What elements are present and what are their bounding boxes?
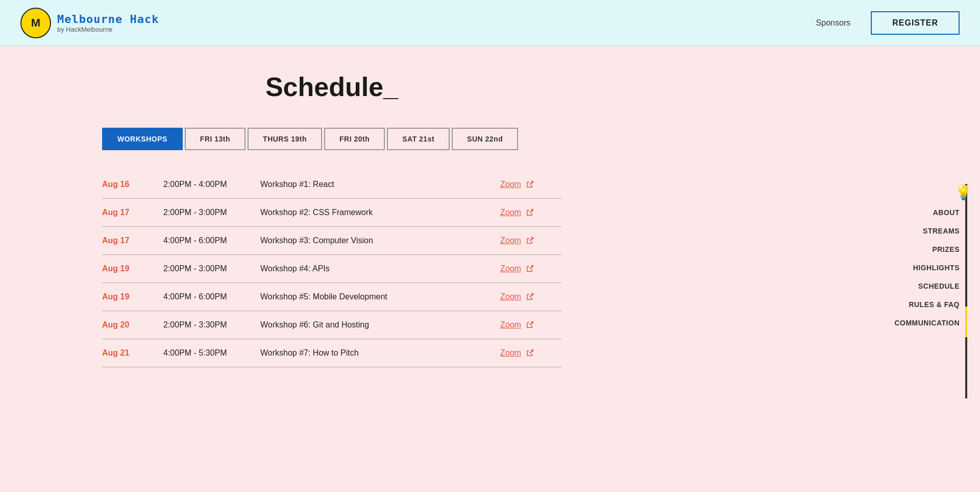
external-link-icon	[526, 265, 534, 273]
external-link-icon	[526, 208, 534, 217]
brand-area: M Melbourne Hack by HackMelbourne	[20, 8, 159, 38]
schedule-time: 4:00PM - 6:00PM	[163, 292, 260, 301]
schedule-time: 4:00PM - 6:00PM	[163, 236, 260, 245]
sidebar-item-prizes[interactable]: PRIZES	[932, 241, 960, 257]
schedule-date: Aug 21	[102, 348, 163, 358]
schedule-time: 2:00PM - 3:30PM	[163, 320, 260, 330]
sidebar-indicator	[965, 307, 967, 337]
tabs-container: WORKSHOPSFRI 13thTHURS 19thFRI 20thSAT 2…	[102, 128, 664, 150]
table-row: Aug 19 4:00PM - 6:00PM Workshop #5: Mobi…	[102, 283, 561, 311]
external-link-icon	[526, 321, 534, 329]
sidebar-item-schedule[interactable]: SCHEDULE	[918, 278, 960, 294]
external-link-icon	[526, 180, 534, 189]
external-link-icon	[526, 293, 534, 301]
table-row: Aug 20 2:00PM - 3:30PM Workshop #6: Git …	[102, 311, 561, 339]
logo-icon: M	[20, 8, 51, 38]
schedule-title: Workshop #1: React	[260, 180, 500, 189]
schedule-time: 4:00PM - 5:30PM	[163, 348, 260, 358]
table-row: Aug 21 4:00PM - 5:30PM Workshop #7: How …	[102, 339, 561, 367]
sidebar-track	[965, 184, 967, 399]
schedule-title: Workshop #3: Computer Vision	[260, 236, 500, 245]
schedule-title: Workshop #6: Git and Hosting	[260, 320, 500, 330]
zoom-link[interactable]: Zoom	[500, 180, 561, 189]
sidebar-items: ABOUTSTREAMSPRIZESHIGHLIGHTSSCHEDULERULE…	[894, 204, 960, 331]
schedule-date: Aug 16	[102, 180, 163, 189]
schedule-table: Aug 16 2:00PM - 4:00PM Workshop #1: Reac…	[102, 171, 561, 367]
zoom-link[interactable]: Zoom	[500, 292, 561, 301]
page-title: Schedule_	[102, 72, 561, 102]
zoom-link[interactable]: Zoom	[500, 236, 561, 245]
schedule-date: Aug 20	[102, 320, 163, 330]
tab-fri20[interactable]: FRI 20th	[324, 128, 385, 150]
sidebar-item-about[interactable]: ABOUT	[933, 204, 960, 221]
brand-text: Melbourne Hack by HackMelbourne	[57, 13, 159, 33]
tab-fri13[interactable]: FRI 13th	[185, 128, 246, 150]
tab-workshops[interactable]: WORKSHOPS	[102, 128, 183, 150]
zoom-link[interactable]: Zoom	[500, 208, 561, 217]
header-nav: Sponsors REGISTER	[816, 11, 960, 35]
sidebar-item-highlights[interactable]: HIGHLIGHTS	[913, 260, 960, 276]
brand-sub: by HackMelbourne	[57, 26, 159, 33]
main-content: Schedule_ WORKSHOPSFRI 13thTHURS 19thFRI…	[0, 46, 664, 393]
schedule-date: Aug 19	[102, 292, 163, 301]
table-row: Aug 16 2:00PM - 4:00PM Workshop #1: Reac…	[102, 171, 561, 199]
zoom-link[interactable]: Zoom	[500, 264, 561, 273]
tab-sat21[interactable]: SAT 21st	[387, 128, 450, 150]
schedule-time: 2:00PM - 4:00PM	[163, 180, 260, 189]
table-row: Aug 19 2:00PM - 3:00PM Workshop #4: APIs…	[102, 255, 561, 283]
schedule-date: Aug 19	[102, 264, 163, 273]
tab-sun22[interactable]: SUN 22nd	[452, 128, 518, 150]
schedule-title: Workshop #2: CSS Framework	[260, 208, 500, 217]
schedule-time: 2:00PM - 3:00PM	[163, 208, 260, 217]
sidebar-item-rules-faq[interactable]: RULES & FAQ	[909, 296, 960, 313]
schedule-date: Aug 17	[102, 208, 163, 217]
brand-name: Melbourne Hack	[57, 13, 159, 26]
sidebar-item-streams[interactable]: STREAMS	[923, 223, 960, 239]
bulb-icon: 💡	[954, 184, 972, 201]
table-row: Aug 17 2:00PM - 3:00PM Workshop #2: CSS …	[102, 199, 561, 227]
schedule-title: Workshop #7: How to Pitch	[260, 348, 500, 358]
tab-thurs19[interactable]: THURS 19th	[248, 128, 322, 150]
register-button[interactable]: REGISTER	[871, 11, 960, 35]
sidebar-item-communication[interactable]: COMMUNICATION	[894, 315, 960, 331]
header: M Melbourne Hack by HackMelbourne Sponso…	[0, 0, 980, 46]
zoom-link[interactable]: Zoom	[500, 320, 561, 330]
schedule-date: Aug 17	[102, 236, 163, 245]
external-link-icon	[526, 237, 534, 245]
sponsors-link[interactable]: Sponsors	[816, 18, 851, 28]
external-link-icon	[526, 349, 534, 357]
zoom-link[interactable]: Zoom	[500, 348, 561, 358]
schedule-title: Workshop #5: Mobile Development	[260, 292, 500, 301]
schedule-time: 2:00PM - 3:00PM	[163, 264, 260, 273]
schedule-title: Workshop #4: APIs	[260, 264, 500, 273]
table-row: Aug 17 4:00PM - 6:00PM Workshop #3: Comp…	[102, 227, 561, 255]
